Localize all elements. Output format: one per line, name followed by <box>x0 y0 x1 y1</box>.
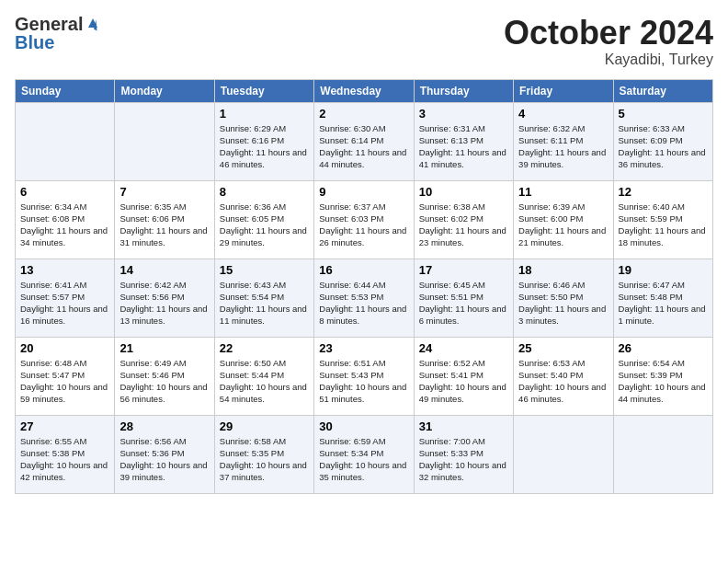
header-cell-friday: Friday <box>514 79 613 102</box>
day-cell: 13Sunrise: 6:41 AM Sunset: 5:57 PM Dayli… <box>16 259 115 337</box>
week-row-4: 20Sunrise: 6:48 AM Sunset: 5:47 PM Dayli… <box>16 337 713 415</box>
day-cell: 16Sunrise: 6:44 AM Sunset: 5:53 PM Dayli… <box>314 259 414 337</box>
day-cell: 12Sunrise: 6:40 AM Sunset: 5:59 PM Dayli… <box>613 180 712 259</box>
day-cell: 25Sunrise: 6:53 AM Sunset: 5:40 PM Dayli… <box>514 337 613 415</box>
day-info: Sunrise: 6:54 AM Sunset: 5:39 PM Dayligh… <box>619 357 708 406</box>
header-row: SundayMondayTuesdayWednesdayThursdayFrid… <box>16 79 713 102</box>
day-number: 21 <box>119 341 209 355</box>
day-cell: 4Sunrise: 6:32 AM Sunset: 6:11 PM Daylig… <box>514 102 613 180</box>
header-cell-wednesday: Wednesday <box>314 79 414 102</box>
calendar-table: SundayMondayTuesdayWednesdayThursdayFrid… <box>15 79 713 494</box>
day-cell: 11Sunrise: 6:39 AM Sunset: 6:00 PM Dayli… <box>514 180 613 259</box>
day-cell: 2Sunrise: 6:30 AM Sunset: 6:14 PM Daylig… <box>314 102 414 180</box>
week-row-2: 6Sunrise: 6:34 AM Sunset: 6:08 PM Daylig… <box>16 180 713 259</box>
day-number: 12 <box>619 185 708 199</box>
day-cell: 31Sunrise: 7:00 AM Sunset: 5:33 PM Dayli… <box>414 415 513 493</box>
day-info: Sunrise: 6:53 AM Sunset: 5:40 PM Dayligh… <box>518 357 608 406</box>
day-info: Sunrise: 6:42 AM Sunset: 5:56 PM Dayligh… <box>119 279 209 327</box>
day-cell: 8Sunrise: 6:36 AM Sunset: 6:05 PM Daylig… <box>214 180 313 259</box>
day-cell: 10Sunrise: 6:38 AM Sunset: 6:02 PM Dayli… <box>414 180 513 259</box>
day-cell: 18Sunrise: 6:46 AM Sunset: 5:50 PM Dayli… <box>514 259 613 337</box>
day-number: 5 <box>619 107 708 121</box>
day-number: 9 <box>319 185 408 199</box>
week-row-3: 13Sunrise: 6:41 AM Sunset: 5:57 PM Dayli… <box>16 259 713 337</box>
day-info: Sunrise: 6:51 AM Sunset: 5:43 PM Dayligh… <box>319 357 408 406</box>
day-info: Sunrise: 6:36 AM Sunset: 6:05 PM Dayligh… <box>220 201 309 249</box>
day-number: 10 <box>419 185 508 199</box>
day-info: Sunrise: 6:37 AM Sunset: 6:03 PM Dayligh… <box>319 201 408 249</box>
day-info: Sunrise: 6:48 AM Sunset: 5:47 PM Dayligh… <box>20 357 109 406</box>
day-cell <box>115 102 214 180</box>
day-number: 18 <box>518 263 608 277</box>
day-info: Sunrise: 6:43 AM Sunset: 5:54 PM Dayligh… <box>220 279 309 327</box>
day-info: Sunrise: 7:00 AM Sunset: 5:33 PM Dayligh… <box>419 435 508 484</box>
day-number: 25 <box>518 341 608 355</box>
day-info: Sunrise: 6:46 AM Sunset: 5:50 PM Dayligh… <box>518 279 608 327</box>
day-info: Sunrise: 6:58 AM Sunset: 5:35 PM Dayligh… <box>220 435 309 484</box>
day-cell: 20Sunrise: 6:48 AM Sunset: 5:47 PM Dayli… <box>16 337 115 415</box>
header-cell-sunday: Sunday <box>16 79 115 102</box>
day-number: 20 <box>20 341 109 355</box>
day-info: Sunrise: 6:45 AM Sunset: 5:51 PM Dayligh… <box>419 279 508 327</box>
page-header: General Blue October 2024 Kayadibi, Turk… <box>15 15 713 68</box>
day-number: 28 <box>119 419 209 433</box>
day-number: 1 <box>220 107 309 121</box>
day-cell: 27Sunrise: 6:55 AM Sunset: 5:38 PM Dayli… <box>16 415 115 493</box>
day-number: 26 <box>619 341 708 355</box>
day-cell: 19Sunrise: 6:47 AM Sunset: 5:48 PM Dayli… <box>613 259 712 337</box>
day-number: 31 <box>419 419 508 433</box>
day-info: Sunrise: 6:47 AM Sunset: 5:48 PM Dayligh… <box>619 279 708 327</box>
day-number: 11 <box>518 185 608 199</box>
logo-blue-text: Blue <box>15 33 54 52</box>
day-cell: 9Sunrise: 6:37 AM Sunset: 6:03 PM Daylig… <box>314 180 414 259</box>
day-info: Sunrise: 6:31 AM Sunset: 6:13 PM Dayligh… <box>419 122 508 171</box>
day-cell: 24Sunrise: 6:52 AM Sunset: 5:41 PM Dayli… <box>414 337 513 415</box>
day-info: Sunrise: 6:59 AM Sunset: 5:34 PM Dayligh… <box>319 435 408 484</box>
day-info: Sunrise: 6:34 AM Sunset: 6:08 PM Dayligh… <box>20 201 109 249</box>
day-cell: 3Sunrise: 6:31 AM Sunset: 6:13 PM Daylig… <box>414 102 513 180</box>
header-cell-thursday: Thursday <box>414 79 513 102</box>
day-cell <box>613 415 712 493</box>
header-cell-saturday: Saturday <box>613 79 712 102</box>
day-number: 22 <box>220 341 309 355</box>
day-cell: 15Sunrise: 6:43 AM Sunset: 5:54 PM Dayli… <box>214 259 313 337</box>
day-info: Sunrise: 6:40 AM Sunset: 5:59 PM Dayligh… <box>619 201 708 249</box>
day-info: Sunrise: 6:32 AM Sunset: 6:11 PM Dayligh… <box>518 122 608 171</box>
logo: General Blue <box>15 15 101 52</box>
day-cell: 1Sunrise: 6:29 AM Sunset: 6:16 PM Daylig… <box>214 102 313 180</box>
day-number: 16 <box>319 263 408 277</box>
day-cell <box>514 415 613 493</box>
day-cell: 7Sunrise: 6:35 AM Sunset: 6:06 PM Daylig… <box>115 180 214 259</box>
week-row-1: 1Sunrise: 6:29 AM Sunset: 6:16 PM Daylig… <box>16 102 713 180</box>
day-info: Sunrise: 6:33 AM Sunset: 6:09 PM Dayligh… <box>619 122 708 171</box>
day-info: Sunrise: 6:44 AM Sunset: 5:53 PM Dayligh… <box>319 279 408 327</box>
day-cell <box>16 102 115 180</box>
day-number: 29 <box>220 419 309 433</box>
day-cell: 6Sunrise: 6:34 AM Sunset: 6:08 PM Daylig… <box>16 180 115 259</box>
day-number: 15 <box>220 263 309 277</box>
day-cell: 23Sunrise: 6:51 AM Sunset: 5:43 PM Dayli… <box>314 337 414 415</box>
logo-triangle-icon <box>85 15 101 31</box>
day-number: 24 <box>419 341 508 355</box>
header-cell-tuesday: Tuesday <box>214 79 313 102</box>
day-cell: 28Sunrise: 6:56 AM Sunset: 5:36 PM Dayli… <box>115 415 214 493</box>
day-info: Sunrise: 6:55 AM Sunset: 5:38 PM Dayligh… <box>20 435 109 484</box>
header-cell-monday: Monday <box>115 79 214 102</box>
day-info: Sunrise: 6:41 AM Sunset: 5:57 PM Dayligh… <box>20 279 109 327</box>
calendar-header: SundayMondayTuesdayWednesdayThursdayFrid… <box>16 79 713 102</box>
day-number: 3 <box>419 107 508 121</box>
day-info: Sunrise: 6:29 AM Sunset: 6:16 PM Dayligh… <box>220 122 309 171</box>
day-cell: 5Sunrise: 6:33 AM Sunset: 6:09 PM Daylig… <box>613 102 712 180</box>
day-number: 4 <box>518 107 608 121</box>
day-number: 14 <box>119 263 209 277</box>
logo-general-text: General <box>15 15 83 33</box>
day-number: 27 <box>20 419 109 433</box>
day-cell: 30Sunrise: 6:59 AM Sunset: 5:34 PM Dayli… <box>314 415 414 493</box>
title-block: October 2024 Kayadibi, Turkey <box>504 15 713 68</box>
day-number: 23 <box>319 341 408 355</box>
location-title: Kayadibi, Turkey <box>504 52 713 68</box>
day-number: 7 <box>119 185 209 199</box>
day-cell: 17Sunrise: 6:45 AM Sunset: 5:51 PM Dayli… <box>414 259 513 337</box>
day-cell: 14Sunrise: 6:42 AM Sunset: 5:56 PM Dayli… <box>115 259 214 337</box>
day-info: Sunrise: 6:50 AM Sunset: 5:44 PM Dayligh… <box>220 357 309 406</box>
